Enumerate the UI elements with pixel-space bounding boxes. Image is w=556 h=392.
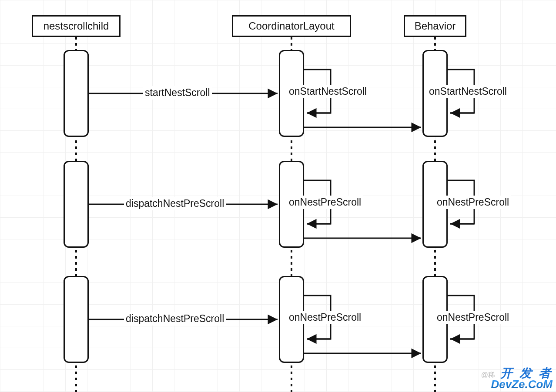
- watermark-logo-cn: 开 发 者: [491, 368, 553, 379]
- activation-child-3: [64, 276, 89, 363]
- lifeline-header-child: nestscrollchild: [32, 15, 121, 37]
- msg-label-self-behavior-2: onNestPreScroll: [435, 196, 511, 209]
- msg-label-self-coord-2: onNestPreScroll: [287, 196, 363, 209]
- msg-label-self-behavior-1: onStartNestScroll: [427, 85, 509, 98]
- msg-label-self-behavior-3: onNestPreScroll: [435, 311, 511, 324]
- activation-child-1: [64, 50, 89, 137]
- lifeline-header-coord: CoordinatorLayout: [232, 15, 351, 37]
- msg-label-child-coord-3: dispatchNestPreScroll: [124, 312, 226, 326]
- msg-label-self-coord-3: onNestPreScroll: [287, 311, 363, 324]
- activation-child-2: [64, 161, 89, 248]
- lifeline-header-behavior: Behavior: [404, 15, 466, 37]
- watermark-logo: 开 发 者 DevZe.CoM: [491, 368, 553, 390]
- msg-label-child-coord-1: startNestScroll: [143, 86, 212, 100]
- msg-label-self-coord-1: onStartNestScroll: [287, 85, 368, 98]
- msg-label-child-coord-2: dispatchNestPreScroll: [124, 197, 226, 210]
- watermark-logo-en: DevZe.CoM: [491, 379, 553, 390]
